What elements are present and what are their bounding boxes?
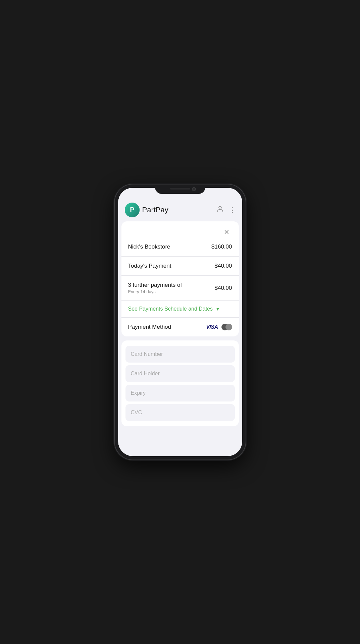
further-payments-sublabel: Every 14 days <box>128 289 182 294</box>
expiry-input[interactable] <box>131 390 229 396</box>
menu-icon[interactable]: ⋮ <box>229 206 236 214</box>
partpay-logo-icon: P <box>125 203 140 217</box>
content-area: ✕ Nick's Bookstore $160.00 Today's Payme… <box>118 221 242 456</box>
svg-text:P: P <box>130 206 134 213</box>
further-payments-label: 3 further payments of <box>128 282 182 288</box>
card-form <box>121 340 239 426</box>
mc-circle-right <box>225 324 232 330</box>
card-holder-field[interactable] <box>125 365 235 382</box>
mastercard-logo <box>221 324 232 330</box>
user-icon[interactable] <box>216 205 224 215</box>
cvc-input[interactable] <box>131 410 229 416</box>
schedule-link[interactable]: See Payments Schedule and Dates ▼ <box>121 301 239 317</box>
store-amount: $160.00 <box>211 244 232 250</box>
payment-method-label: Payment Method <box>128 324 171 330</box>
card-number-input[interactable] <box>131 351 229 357</box>
card-logos: VISA <box>206 324 232 330</box>
store-name: Nick's Bookstore <box>128 244 170 250</box>
app-name: PartPay <box>142 206 168 214</box>
svg-point-3 <box>219 206 221 209</box>
close-button[interactable]: ✕ <box>221 227 232 237</box>
today-payment-row: Today's Payment $40.00 <box>121 257 239 276</box>
card-holder-input[interactable] <box>131 371 229 377</box>
summary-card: ✕ Nick's Bookstore $160.00 Today's Payme… <box>121 221 239 336</box>
visa-logo: VISA <box>206 324 218 330</box>
logo: P PartPay <box>125 203 168 217</box>
cvc-field[interactable] <box>125 404 235 421</box>
today-payment-amount: $40.00 <box>215 263 232 269</box>
store-row: Nick's Bookstore $160.00 <box>121 237 239 257</box>
payment-method-row: Payment Method VISA <box>121 317 239 336</box>
further-payments-row: 3 further payments of Every 14 days $40.… <box>121 276 239 301</box>
header-icons: ⋮ <box>216 205 236 215</box>
further-payments-amount: $40.00 <box>215 285 232 291</box>
chevron-down-icon: ▼ <box>215 306 220 312</box>
expiry-field[interactable] <box>125 385 235 401</box>
card-number-field[interactable] <box>125 346 235 363</box>
card-top: ✕ <box>121 221 239 237</box>
today-payment-label: Today's Payment <box>128 263 171 269</box>
